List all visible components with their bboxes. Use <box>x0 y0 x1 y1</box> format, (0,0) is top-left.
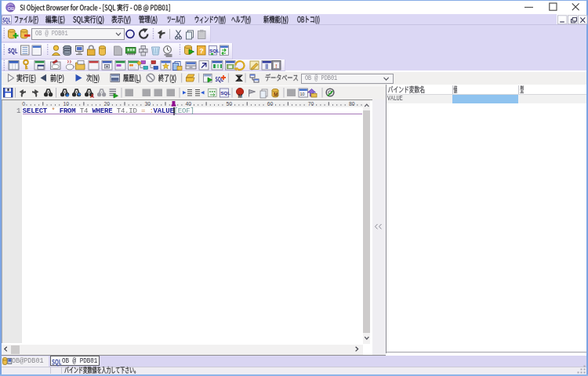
svg-text:60: 60 <box>267 101 274 107</box>
svg-text:30: 30 <box>145 101 151 107</box>
svg-text:0: 0 <box>22 101 25 107</box>
svg-text:10: 10 <box>63 101 69 107</box>
svg-text:?: ? <box>199 47 203 55</box>
svg-text:SQL: SQL <box>220 90 230 96</box>
svg-text:!: ! <box>275 63 277 69</box>
svg-text:70: 70 <box>308 101 314 107</box>
svg-text:M: M <box>274 92 278 97</box>
svg-text:10: 10 <box>300 92 305 96</box>
svg-text:M: M <box>238 93 242 99</box>
svg-text:80: 80 <box>349 101 355 107</box>
svg-text:40: 40 <box>186 101 192 107</box>
svg-text:SQL: SQL <box>209 48 220 53</box>
svg-text:50: 50 <box>227 101 233 107</box>
svg-text:A: A <box>90 93 94 99</box>
svg-text:20: 20 <box>103 101 110 107</box>
svg-text:OB: OB <box>7 6 15 11</box>
